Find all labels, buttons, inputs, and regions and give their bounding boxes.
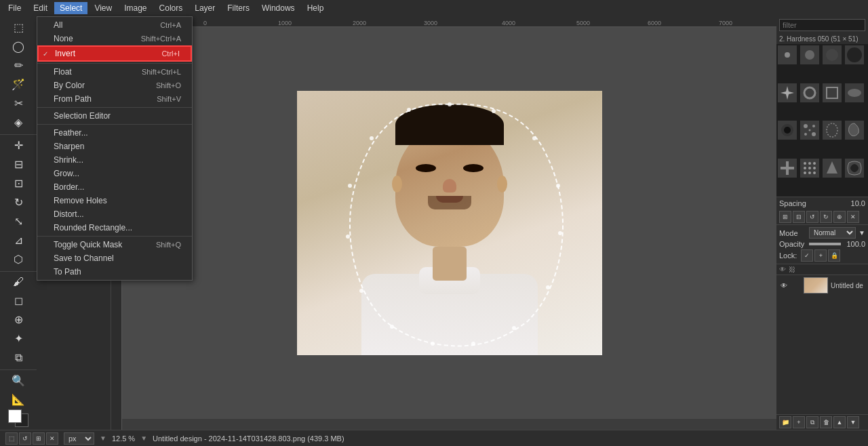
brush-cell[interactable] [845,121,864,140]
tool-scale[interactable]: ⤡ [8,212,28,230]
unit-select[interactable]: px mm cm in [64,432,94,445]
layer-down-btn[interactable]: ▼ [847,416,859,428]
menu-file[interactable]: File [3,2,26,14]
menu-colors[interactable]: Colors [154,2,189,14]
tool-move[interactable]: ✛ [8,136,28,154]
tool-heal[interactable]: ✦ [8,330,28,348]
menu-image[interactable]: Image [119,2,152,14]
svg-point-5 [546,285,550,289]
menu-layer[interactable]: Layer [189,2,220,14]
brush-cell[interactable] [845,83,864,102]
svg-point-17 [848,89,861,97]
menu-filters[interactable]: Filters [222,2,255,14]
brush-opt-6[interactable]: ✕ [847,211,859,223]
opacity-slider[interactable] [809,243,841,245]
menu-save-channel[interactable]: Save to Channel [37,251,192,265]
menu-by-color[interactable]: By Color Shift+O [37,79,192,92]
menu-remove-holes[interactable]: Remove Holes [37,194,192,207]
brush-cell[interactable] [800,121,819,140]
brush-filter-input[interactable] [779,19,865,31]
brush-cell[interactable] [800,159,819,178]
brush-cell[interactable] [778,45,797,64]
new-layer-btn[interactable]: + [793,416,805,428]
menu-border[interactable]: Border... [37,180,192,194]
brush-cell[interactable] [823,45,842,64]
tool-eraser[interactable]: ◻ [8,292,28,310]
brush-opt-1[interactable]: ⊞ [779,211,791,223]
menu-all[interactable]: All Ctrl+A [37,18,192,32]
svg-point-12 [348,184,352,188]
layer-buttons: 📁 + ⧉ 🗑 ▲ ▼ [776,414,868,430]
tool-measure[interactable]: 📐 [8,390,28,408]
canvas-viewport [122,27,776,419]
tool-free-select[interactable]: ✏ [8,57,28,75]
menu-edit[interactable]: Edit [28,2,53,14]
brush-cell[interactable] [845,159,864,178]
menu-select[interactable]: Select [54,2,87,14]
menu-distort[interactable]: Distort... [37,207,192,221]
tool-shear[interactable]: ⊿ [8,231,28,249]
menu-from-path[interactable]: From Path Shift+V [37,92,192,106]
tool-clone[interactable]: ⊕ [8,311,28,329]
delete-layer-btn[interactable]: 🗑 [820,416,832,428]
statusbar-icon-2[interactable]: ↺ [19,432,31,445]
menu-section-1: All Ctrl+A None Shift+Ctrl+A ✓ Invert Ct… [37,17,192,64]
brush-cell[interactable] [800,83,819,102]
brush-opt-3[interactable]: ↺ [806,211,818,223]
brush-cell[interactable] [778,159,797,178]
tool-crop[interactable]: ⊡ [8,174,28,192]
menu-sharpen[interactable]: Sharpen [37,140,192,153]
brush-opt-5[interactable]: ⊕ [833,211,846,223]
brush-cell[interactable] [845,45,864,64]
layer-up-btn[interactable]: ▲ [833,416,846,428]
layer-row-untitled[interactable]: 👁 Untitled de [776,275,868,296]
tool-scissors[interactable]: ✂ [8,95,28,113]
menu-selection-editor[interactable]: Selection Editor [37,109,192,123]
tool-rect-select[interactable]: ⬚ [8,19,28,37]
menu-rounded-rect[interactable]: Rounded Rectangle... [37,221,192,235]
tool-zoom[interactable]: 🔍 [8,371,28,389]
menu-toggle-quickmask[interactable]: Toggle Quick Mask Shift+Q [37,238,192,251]
menu-feather[interactable]: Feather... [37,126,192,140]
menu-sharpen-label: Sharpen [54,142,84,151]
menu-grow[interactable]: Grow... [37,167,192,180]
tool-fg-select[interactable]: ◈ [8,114,28,131]
brush-cell[interactable] [778,83,797,102]
opacity-row: Opacity 100.0 [779,240,865,248]
menu-view[interactable]: View [89,2,117,14]
svg-point-4 [558,231,562,235]
tool-fuzzy-select[interactable]: 🪄 [8,76,28,94]
mode-select[interactable]: Normal Multiply Screen [809,227,856,239]
statusbar-icon-4[interactable]: ✕ [46,432,58,445]
tool-perspective[interactable]: ⬡ [8,250,28,268]
brush-cell[interactable] [800,45,819,64]
menu-invert[interactable]: ✓ Invert Ctrl+I [37,45,192,62]
mode-expand-icon[interactable]: ▼ [859,229,865,237]
tool-align[interactable]: ⊟ [8,155,28,173]
lock-pixels-icon[interactable]: ✓ [801,249,813,262]
menu-toggle-quickmask-label: Toggle Quick Mask [54,240,122,249]
statusbar-icon-1[interactable]: ⬚ [5,432,18,445]
brush-cell[interactable] [823,121,842,140]
menu-windows[interactable]: Windows [256,2,300,14]
brush-opt-2[interactable]: ⊟ [793,211,805,223]
menu-float[interactable]: Float Shift+Ctrl+L [37,65,192,79]
brush-opt-4[interactable]: ↻ [820,211,832,223]
menu-to-path[interactable]: To Path [37,265,192,279]
menu-none[interactable]: None Shift+Ctrl+A [37,32,192,45]
tool-ellipse-select[interactable]: ◯ [8,38,28,56]
new-layer-group-btn[interactable]: 📁 [779,416,791,428]
menu-shrink[interactable]: Shrink... [37,153,192,167]
lock-position-icon[interactable]: + [814,249,827,262]
lock-all-icon[interactable]: 🔒 [828,249,840,262]
tool-perspective-clone[interactable]: ⧉ [8,349,28,367]
brush-cell[interactable] [778,121,797,140]
brush-cell[interactable] [823,159,842,178]
tool-rotate[interactable]: ↻ [8,193,28,211]
statusbar-icon-3[interactable]: ⊞ [33,432,45,445]
brush-cell[interactable] [823,83,842,102]
duplicate-layer-btn[interactable]: ⧉ [806,416,818,428]
tool-paint[interactable]: 🖌 [8,273,28,291]
menu-help[interactable]: Help [302,2,330,14]
layer-eye-icon[interactable]: 👁 [779,281,789,290]
